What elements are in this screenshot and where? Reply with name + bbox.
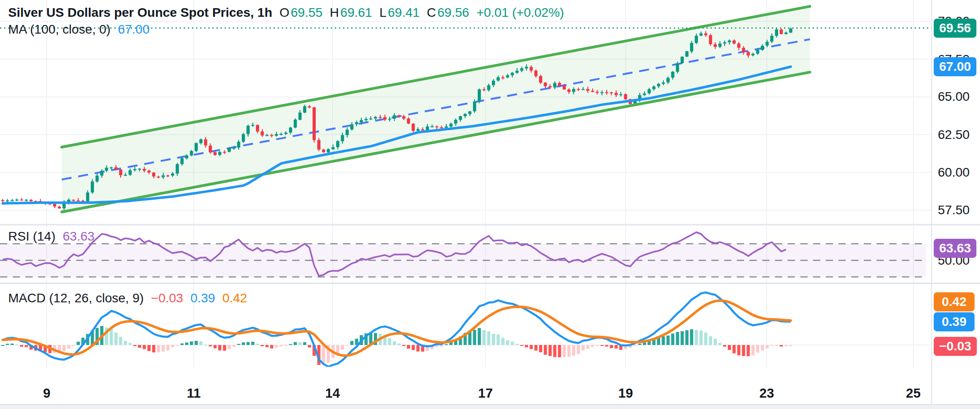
time-tick-11[interactable]: 11 bbox=[187, 386, 201, 401]
macd-hist-badge: −0.03 bbox=[934, 337, 977, 356]
last-price-badge: 69.56 bbox=[934, 19, 976, 38]
price-change: +0.01 (+0.02%) bbox=[476, 5, 564, 20]
macd-legend[interactable]: MACD (12, 26, close, 9) −0.03 0.39 0.42 bbox=[8, 291, 247, 306]
rsi-legend[interactable]: RSI (14) 63.63 bbox=[8, 229, 94, 244]
ma-legend[interactable]: MA (100, close, 0) 67.00 bbox=[8, 22, 150, 37]
time-tick-19[interactable]: 19 bbox=[618, 386, 633, 401]
rsi-value: 63.63 bbox=[63, 229, 94, 244]
ohlc-open: O69.55 bbox=[279, 5, 323, 20]
macd-line-value: 0.39 bbox=[191, 291, 216, 306]
time-tick-25[interactable]: 25 bbox=[906, 386, 921, 401]
trading-chart-app: Silver US Dollars per Ounce Spot Prices,… bbox=[0, 0, 980, 409]
ohlc-low: L69.41 bbox=[379, 5, 420, 20]
ma-label: MA (100, close, 0) bbox=[8, 22, 111, 37]
ma-value-badge: 67.00 bbox=[934, 57, 976, 76]
price-tick-60[interactable]: 60.00 bbox=[938, 165, 970, 180]
price-tick-65[interactable]: 65.00 bbox=[938, 89, 970, 104]
ohlc-high: H69.61 bbox=[330, 5, 372, 20]
macd-line-badge: 0.39 bbox=[934, 312, 975, 331]
rsi-value-badge: 63.63 bbox=[934, 239, 976, 258]
macd-signal-badge: 0.42 bbox=[934, 292, 975, 311]
ma-value: 67.00 bbox=[118, 22, 150, 37]
bottom-scrollbar-strip[interactable] bbox=[0, 404, 980, 409]
ohlc-close: C69.56 bbox=[427, 5, 469, 20]
time-tick-23[interactable]: 23 bbox=[760, 386, 774, 401]
macd-label: MACD (12, 26, close, 9) bbox=[8, 291, 144, 306]
time-tick-9[interactable]: 9 bbox=[43, 386, 50, 401]
rsi-label: RSI (14) bbox=[8, 229, 55, 244]
macd-hist-value: −0.03 bbox=[151, 291, 183, 306]
chart-title: Silver US Dollars per Ounce Spot Prices,… bbox=[8, 5, 272, 20]
price-tick-62-5[interactable]: 62.50 bbox=[938, 128, 970, 142]
macd-signal-value: 0.42 bbox=[222, 291, 247, 306]
time-tick-17[interactable]: 17 bbox=[478, 386, 493, 401]
price-tick-57-5[interactable]: 57.50 bbox=[938, 203, 970, 217]
time-tick-14[interactable]: 14 bbox=[325, 386, 340, 401]
main-legend[interactable]: Silver US Dollars per Ounce Spot Prices,… bbox=[8, 5, 564, 20]
chart-canvas[interactable] bbox=[0, 0, 980, 409]
